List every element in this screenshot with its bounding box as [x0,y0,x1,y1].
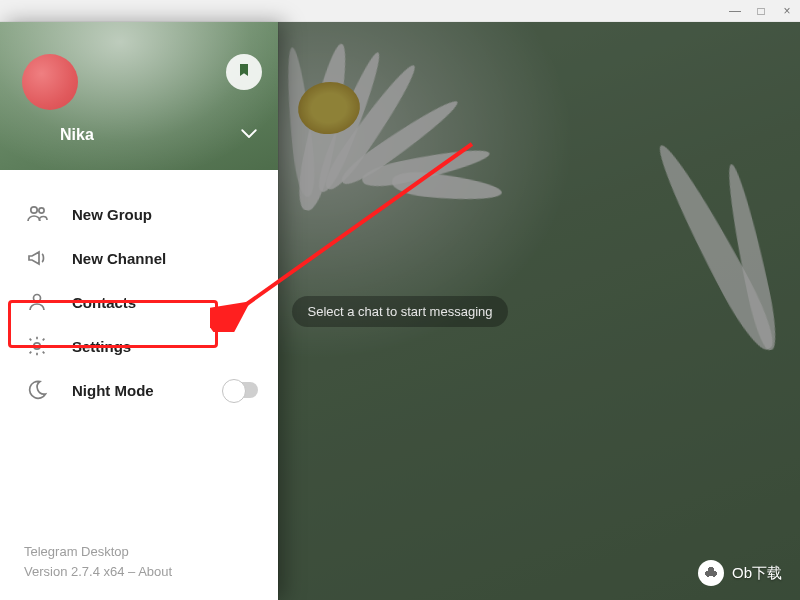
watermark: Ob下载 [698,560,782,586]
menu-item-label: Settings [72,338,258,355]
chevron-down-icon [240,126,258,143]
svg-point-1 [39,208,44,213]
menu-item-new-group[interactable]: New Group [0,192,278,236]
app-name: Telegram Desktop [24,542,278,562]
group-icon [24,201,50,227]
minimize-button[interactable]: — [728,4,742,18]
main-drawer: Nika New Group New Channel [0,22,278,600]
menu-item-contacts[interactable]: Contacts [0,280,278,324]
menu-item-label: Contacts [72,294,258,311]
menu-item-label: New Channel [72,250,258,267]
svg-point-3 [34,343,40,349]
version-line[interactable]: Version 2.7.4 x64 – About [24,562,278,582]
svg-point-0 [31,207,37,213]
contacts-icon [24,289,50,315]
svg-point-2 [34,295,41,302]
menu-item-label: New Group [72,206,258,223]
empty-chat-prompt: Select a chat to start messaging [292,296,509,327]
drawer-footer: Telegram Desktop Version 2.7.4 x64 – Abo… [0,542,278,600]
titlebar: — □ × [0,0,800,22]
maximize-button[interactable]: □ [754,4,768,18]
saved-messages-button[interactable] [226,54,262,90]
drawer-menu: New Group New Channel Contacts Settings [0,170,278,542]
menu-item-night-mode[interactable]: Night Mode [0,368,278,412]
channel-icon [24,245,50,271]
drawer-header: Nika [0,22,278,170]
settings-icon [24,333,50,359]
bookmark-icon [236,61,252,83]
watermark-text: Ob下载 [732,564,782,583]
menu-item-settings[interactable]: Settings [0,324,278,368]
night-icon [24,377,50,403]
close-button[interactable]: × [780,4,794,18]
avatar[interactable] [22,54,78,110]
wechat-icon [698,560,724,586]
menu-item-new-channel[interactable]: New Channel [0,236,278,280]
menu-item-label: Night Mode [72,382,202,399]
night-mode-toggle[interactable] [224,382,258,398]
account-name[interactable]: Nika [60,126,94,144]
accounts-dropdown[interactable] [240,126,258,144]
